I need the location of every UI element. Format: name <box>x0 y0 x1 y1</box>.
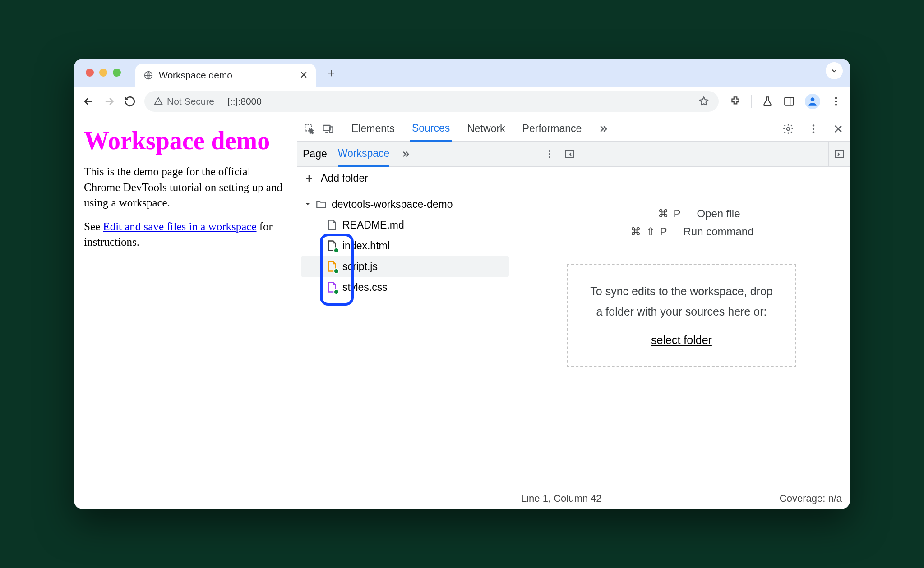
file-styles[interactable]: styles.css <box>301 277 509 298</box>
shortcut-run-command: ⌘ ⇧ P Run command <box>609 225 753 238</box>
shortcut-keys: ⌘ P <box>623 207 681 220</box>
browser-window: Workspace demo ✕ ＋ Not Secure [::]:8000 <box>74 59 850 509</box>
svg-point-4 <box>835 100 837 102</box>
editor-area: ⌘ P Open file ⌘ ⇧ P Run command To sync … <box>513 167 850 509</box>
sources-subtabs: Page Workspace <box>297 142 850 167</box>
forward-button[interactable] <box>103 95 116 108</box>
shortcut-keys: ⌘ ⇧ P <box>609 225 668 238</box>
minimize-window-button[interactable] <box>99 69 107 77</box>
cursor-position: Line 1, Column 42 <box>521 493 602 504</box>
hide-debugger-icon[interactable] <box>828 142 850 166</box>
file-name: styles.css <box>342 281 388 293</box>
coverage-status: Coverage: n/a <box>780 493 842 504</box>
bookmark-star-icon[interactable] <box>698 96 710 107</box>
rendered-page: Workspace demo This is the demo page for… <box>74 116 297 509</box>
svg-point-13 <box>549 150 550 152</box>
toolbar-right-icons <box>727 94 842 109</box>
file-script[interactable]: script.js <box>301 256 509 277</box>
add-folder-button[interactable]: Add folder <box>297 167 513 190</box>
page-heading: Workspace demo <box>84 126 287 155</box>
url-text: [::]:8000 <box>227 96 262 107</box>
svg-point-9 <box>787 127 790 130</box>
file-name: index.html <box>342 240 390 252</box>
security-chip[interactable]: Not Secure <box>153 96 221 107</box>
subtabs-overflow-icon[interactable] <box>400 149 411 160</box>
subtab-page[interactable]: Page <box>303 142 327 167</box>
drop-text-2: a folder with your sources here or: <box>590 302 772 322</box>
drop-text-1: To sync edits to the workspace, drop <box>590 281 772 302</box>
tab-sources[interactable]: Sources <box>410 116 452 142</box>
workspace-docs-link[interactable]: Edit and save files in a workspace <box>103 220 256 233</box>
file-name: README.md <box>342 219 404 231</box>
page-paragraph-1: This is the demo page for the official C… <box>84 164 287 211</box>
svg-point-14 <box>549 153 550 155</box>
workspace-navigator: Add folder devtools-workspace-demo READM… <box>297 167 513 509</box>
file-js-icon <box>325 260 338 273</box>
devtools-panel: Elements Sources Network Performance Pag… <box>297 116 850 509</box>
select-folder-link[interactable]: select folder <box>651 334 712 346</box>
devtools-menu-icon[interactable] <box>808 123 819 135</box>
devtools-tabstrip: Elements Sources Network Performance <box>297 116 850 142</box>
profile-button[interactable] <box>805 94 820 109</box>
file-readme[interactable]: README.md <box>301 215 509 235</box>
svg-point-10 <box>813 124 814 126</box>
file-html-icon <box>325 239 338 252</box>
browser-tab[interactable]: Workspace demo ✕ <box>135 64 316 87</box>
navigator-menu-icon[interactable] <box>541 142 559 166</box>
overflow-menu-icon[interactable] <box>830 96 842 107</box>
tab-title: Workspace demo <box>159 70 232 81</box>
file-tree: devtools-workspace-demo README.md index.… <box>297 190 513 301</box>
device-toolbar-icon[interactable] <box>322 123 334 135</box>
workspace-drop-zone[interactable]: To sync edits to the workspace, drop a f… <box>567 264 796 367</box>
close-window-button[interactable] <box>86 69 94 77</box>
globe-icon <box>143 70 153 80</box>
tab-performance[interactable]: Performance <box>521 116 584 142</box>
extensions-icon[interactable] <box>730 96 741 107</box>
settings-gear-icon[interactable] <box>782 123 794 135</box>
tab-network[interactable]: Network <box>465 116 507 142</box>
editor-status-bar: Line 1, Column 42 Coverage: n/a <box>513 487 850 509</box>
tab-overflow-button[interactable] <box>826 62 843 79</box>
shortcut-open-file: ⌘ P Open file <box>623 207 740 220</box>
separator <box>751 95 752 108</box>
svg-point-2 <box>811 97 815 101</box>
file-icon <box>325 219 338 231</box>
file-css-icon <box>325 281 338 293</box>
folder-name: devtools-workspace-demo <box>332 198 453 211</box>
tab-strip: Workspace demo ✕ ＋ <box>74 59 850 87</box>
svg-point-3 <box>835 97 837 99</box>
sources-body: Add folder devtools-workspace-demo READM… <box>297 167 850 509</box>
close-tab-icon[interactable]: ✕ <box>300 69 308 81</box>
tabs-overflow-icon[interactable] <box>597 123 610 135</box>
file-index[interactable]: index.html <box>301 235 509 256</box>
browser-toolbar: Not Secure [::]:8000 <box>74 87 850 116</box>
content-area: Workspace demo This is the demo page for… <box>74 116 850 509</box>
svg-point-5 <box>835 104 837 105</box>
para2-prefix: See <box>84 220 103 233</box>
maximize-window-button[interactable] <box>113 69 121 77</box>
editor-placeholder: ⌘ P Open file ⌘ ⇧ P Run command To sync … <box>513 167 850 487</box>
svg-rect-1 <box>785 97 794 105</box>
svg-rect-8 <box>330 127 333 133</box>
svg-point-11 <box>813 128 814 129</box>
window-controls <box>81 69 131 77</box>
subtab-workspace[interactable]: Workspace <box>338 142 390 167</box>
reload-button[interactable] <box>124 95 136 108</box>
back-button[interactable] <box>82 95 95 108</box>
tab-elements[interactable]: Elements <box>350 116 397 142</box>
shortcut-label: Open file <box>697 207 740 220</box>
labs-icon[interactable] <box>762 96 773 107</box>
devtools-close-icon[interactable] <box>833 124 844 134</box>
inspect-element-icon[interactable] <box>304 123 315 135</box>
side-panel-icon[interactable] <box>783 96 795 107</box>
svg-point-15 <box>549 156 550 158</box>
folder-row[interactable]: devtools-workspace-demo <box>301 194 509 215</box>
shortcut-label: Run command <box>683 225 753 238</box>
new-tab-button[interactable]: ＋ <box>322 64 340 82</box>
address-bar[interactable]: Not Secure [::]:8000 <box>144 91 719 112</box>
add-folder-label: Add folder <box>321 172 368 184</box>
file-name: script.js <box>342 261 378 273</box>
svg-point-12 <box>813 131 814 133</box>
not-secure-label: Not Secure <box>167 96 214 107</box>
hide-navigator-icon[interactable] <box>559 142 580 166</box>
